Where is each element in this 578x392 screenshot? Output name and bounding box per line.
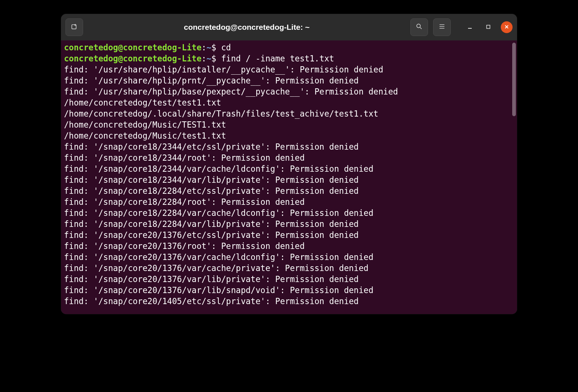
new-tab-icon [71, 23, 78, 32]
output-line: find: '/snap/core20/1376/root': Permissi… [61, 240, 517, 252]
scrollbar-thumb[interactable] [512, 43, 516, 116]
close-icon [504, 24, 509, 31]
prompt-user-host: concretedog@concretedog-Lite [64, 54, 201, 63]
output-line: find: '/snap/core20/1376/etc/ssl/private… [61, 229, 517, 240]
command-text: cd [221, 43, 231, 52]
maximize-icon [486, 24, 491, 31]
output-line: find: '/snap/core18/2284/etc/ssl/private… [61, 185, 517, 196]
close-button[interactable] [501, 21, 513, 33]
prompt-separator: : [201, 43, 206, 52]
output-line: find: '/snap/core18/2344/etc/ssl/private… [61, 141, 517, 152]
terminal-window: concretedog@concretedog-Lite: ~ [61, 14, 517, 314]
minimize-button[interactable] [464, 21, 476, 33]
prompt-dollar: $ [211, 43, 216, 52]
search-button[interactable] [410, 18, 428, 36]
svg-line-4 [420, 28, 422, 29]
svg-rect-9 [487, 25, 490, 28]
svg-point-3 [417, 24, 420, 28]
output-line: find: '/usr/share/hplip/installer/__pyca… [61, 64, 517, 75]
output-line: find: '/usr/share/hplip/base/pexpect/__p… [61, 86, 517, 97]
prompt-line: concretedog@concretedog-Lite:~$ find / -… [61, 53, 517, 64]
output-line: find: '/snap/core18/2344/var/cache/ldcon… [61, 163, 517, 174]
output-line: find: '/snap/core20/1376/var/lib/private… [61, 274, 517, 285]
output-line: find: '/snap/core18/2284/root': Permissi… [61, 196, 517, 207]
output-line: /home/concretedog/.local/share/Trash/fil… [61, 108, 517, 119]
output-line: find: '/snap/core18/2344/root': Permissi… [61, 152, 517, 163]
prompt-path: ~ [206, 43, 211, 52]
output-line: find: '/snap/core20/1376/var/cache/ldcon… [61, 252, 517, 263]
prompt-separator: : [201, 54, 206, 63]
menu-button[interactable] [433, 18, 451, 36]
prompt-user-host: concretedog@concretedog-Lite [64, 43, 201, 52]
titlebar: concretedog@concretedog-Lite: ~ [61, 14, 517, 40]
output-line: find: '/snap/core18/2284/var/lib/private… [61, 218, 517, 229]
minimize-icon [467, 24, 472, 31]
window-title: concretedog@concretedog-Lite: ~ [184, 23, 310, 32]
output-line: find: '/snap/core18/2284/var/cache/ldcon… [61, 207, 517, 218]
command-text: find / -iname test1.txt [221, 54, 334, 63]
output-line: /home/concretedog/Music/test1.txt [61, 130, 517, 141]
output-line: find: '/snap/core18/2344/var/lib/private… [61, 174, 517, 185]
output-line: find: '/snap/core20/1405/etc/ssl/private… [61, 296, 517, 307]
terminal-body[interactable]: concretedog@concretedog-Lite:~$ cd concr… [61, 40, 517, 314]
prompt-path: ~ [206, 54, 211, 63]
output-line: find: '/usr/share/hplip/prnt/__pycache__… [61, 75, 517, 86]
search-icon [415, 23, 423, 32]
output-line: find: '/snap/core20/1376/var/lib/snapd/v… [61, 285, 517, 296]
new-tab-button[interactable] [65, 18, 83, 36]
prompt-line: concretedog@concretedog-Lite:~$ cd [61, 42, 517, 53]
prompt-dollar: $ [211, 54, 216, 63]
hamburger-icon [438, 23, 446, 32]
output-line: /home/concretedog/Music/TEST1.txt [61, 119, 517, 130]
output-line: find: '/snap/core20/1376/var/cache/priva… [61, 263, 517, 274]
output-line: /home/concretedog/test/test1.txt [61, 97, 517, 108]
maximize-button[interactable] [482, 21, 494, 33]
